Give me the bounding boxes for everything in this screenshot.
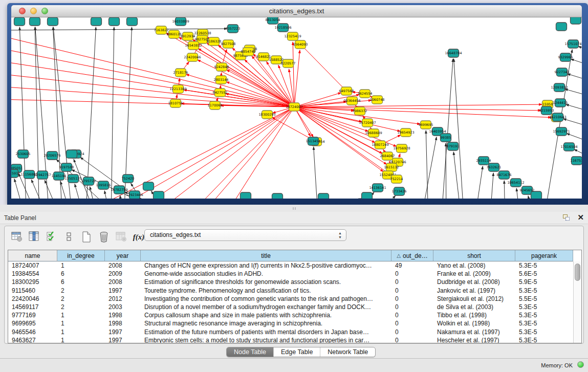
select-columns-icon[interactable]: [46, 231, 58, 243]
graph-edge-selected[interactable]: [294, 104, 542, 107]
graph-edge[interactable]: [90, 187, 98, 199]
show-columns-icon[interactable]: [28, 231, 40, 243]
delete-table-icon[interactable]: [115, 231, 127, 243]
graph-node[interactable]: [30, 17, 40, 26]
new-column-icon[interactable]: [80, 231, 93, 243]
graph-edge[interactable]: [372, 195, 396, 199]
graph-node[interactable]: [14, 17, 25, 26]
graph-node-label: 8860128: [167, 32, 182, 36]
graph-edge-selected[interactable]: [11, 48, 294, 107]
graph-node[interactable]: [143, 182, 154, 190]
table-vertical-scrollbar[interactable]: [573, 261, 581, 343]
table-row[interactable]: 1938455462009Genome-wide association stu…: [8, 270, 573, 278]
graph-node[interactable]: [154, 191, 164, 199]
graph-edge[interactable]: [120, 195, 124, 199]
graph-edge[interactable]: [563, 119, 582, 127]
table-row[interactable]: 1830029562008Estimation of significance …: [8, 278, 573, 286]
table-selector-dropdown[interactable]: citations_edges.txt ▲▼: [144, 229, 346, 241]
graph-edge[interactable]: [568, 74, 582, 81]
graph-edge[interactable]: [314, 147, 318, 199]
graph-edge-selected[interactable]: [183, 107, 294, 199]
graph-edge[interactable]: [11, 29, 227, 30]
graph-node[interactable]: [571, 17, 581, 24]
table-mode-icon[interactable]: [11, 231, 23, 243]
graph-node[interactable]: [531, 191, 542, 199]
graph-edge[interactable]: [581, 164, 582, 171]
float-panel-icon[interactable]: [562, 214, 571, 222]
graph-edge[interactable]: [85, 27, 96, 199]
graph-edge[interactable]: [104, 191, 111, 199]
row-height-icon[interactable]: [63, 231, 75, 243]
table-cell: Structural magnetic resonance image aver…: [141, 319, 391, 327]
graph-edge[interactable]: [504, 181, 505, 199]
graph-edge[interactable]: [75, 184, 85, 199]
table-cell: 5.3E-5: [515, 328, 573, 336]
graph-edge[interactable]: [474, 166, 483, 199]
table-row[interactable]: 977716911998Corpus callosum shape and si…: [8, 311, 573, 319]
graph-edge-selected[interactable]: [294, 107, 313, 137]
column-header-out-degree[interactable]: △out_de…: [391, 250, 433, 261]
graph-edge-selected[interactable]: [93, 107, 294, 199]
graph-edge[interactable]: [60, 182, 73, 199]
table-row[interactable]: 946362711997Embryonic stem cells: a mode…: [8, 336, 573, 343]
graph-node[interactable]: [241, 192, 251, 199]
graph-edge[interactable]: [490, 173, 493, 199]
delete-column-icon[interactable]: [98, 231, 110, 243]
table-row[interactable]: 969969511998Structural magnetic resonanc…: [8, 319, 573, 327]
graph-node[interactable]: [48, 17, 58, 26]
graph-edge-selected[interactable]: [186, 74, 294, 107]
close-panel-icon[interactable]: ✕: [577, 213, 584, 222]
graph-node[interactable]: [272, 193, 283, 199]
graph-node[interactable]: [556, 23, 567, 31]
graph-node[interactable]: [362, 192, 373, 199]
table-cell: Estimation of the future numbers of pati…: [141, 328, 391, 336]
graph-edge[interactable]: [124, 27, 132, 199]
table-cell: 18724007: [8, 261, 57, 270]
graph-node[interactable]: [318, 193, 329, 199]
graph-edge[interactable]: [566, 104, 582, 112]
column-header-title[interactable]: title: [141, 250, 391, 261]
table-cell: 2003: [105, 303, 141, 311]
graph-node-label: 2684067: [380, 154, 395, 158]
graph-edge[interactable]: [111, 27, 114, 199]
tab-network-table[interactable]: Network Table: [320, 347, 375, 357]
window-titlebar[interactable]: citations_edges.txt: [11, 5, 582, 17]
table-cell: de Silva et al. (2003): [433, 303, 515, 311]
function-builder-icon[interactable]: f(x): [133, 231, 145, 243]
column-header-name[interactable]: name: [8, 250, 57, 261]
graph-node-label: 1395816: [96, 183, 111, 187]
graph-edge[interactable]: [571, 59, 582, 66]
column-header-year[interactable]: year: [105, 250, 141, 261]
graph-edge-selected[interactable]: [294, 50, 300, 107]
table-row[interactable]: 2242004622012Investigating the contribut…: [8, 295, 573, 303]
network-canvas-svg[interactable]: 1872400771638228860128891293422260538982…: [11, 17, 582, 199]
panel-divider[interactable]: [0, 205, 588, 212]
graph-edge[interactable]: [454, 59, 464, 199]
graph-edge[interactable]: [14, 179, 27, 199]
column-header-pagerank[interactable]: pagerank: [515, 250, 573, 261]
table-row[interactable]: 1872400712008Changes of HCN gene express…: [8, 261, 573, 270]
graph-node-label: 16543812: [185, 43, 202, 48]
graph-node[interactable]: [127, 17, 138, 26]
tab-node-table[interactable]: Node Table: [227, 347, 274, 357]
graph-edge-selected[interactable]: [144, 107, 294, 199]
table-row[interactable]: 946554611997Estimation of the future num…: [8, 328, 573, 336]
column-header-in-degree[interactable]: in_degree: [57, 250, 105, 261]
graph-edge[interactable]: [578, 46, 582, 52]
graph-edge-selected[interactable]: [221, 107, 294, 199]
table-row[interactable]: 911546021997Tourette syndrome. Phenomeno…: [8, 287, 573, 295]
graph-node[interactable]: [67, 150, 77, 158]
graph-node[interactable]: [91, 17, 102, 26]
table-panel-container: f(x) citations_edges.txt ▲▼ name in_degr…: [4, 226, 584, 344]
graph-node-label: 1244415: [553, 101, 568, 105]
graph-edge-selected[interactable]: [227, 70, 294, 107]
graph-edge[interactable]: [565, 89, 582, 97]
network-canvas[interactable]: 1872400771638228860128891293422260538982…: [11, 17, 582, 199]
graph-edge[interactable]: [567, 134, 582, 143]
tab-edge-table[interactable]: Edge Table: [274, 347, 320, 357]
scrollbar-thumb[interactable]: [575, 264, 580, 281]
column-header-short[interactable]: short: [433, 250, 515, 261]
graph-node[interactable]: [109, 17, 120, 26]
table-row[interactable]: 1456911722003Disruption of a novel membe…: [8, 303, 573, 311]
graph-edge[interactable]: [421, 137, 437, 199]
